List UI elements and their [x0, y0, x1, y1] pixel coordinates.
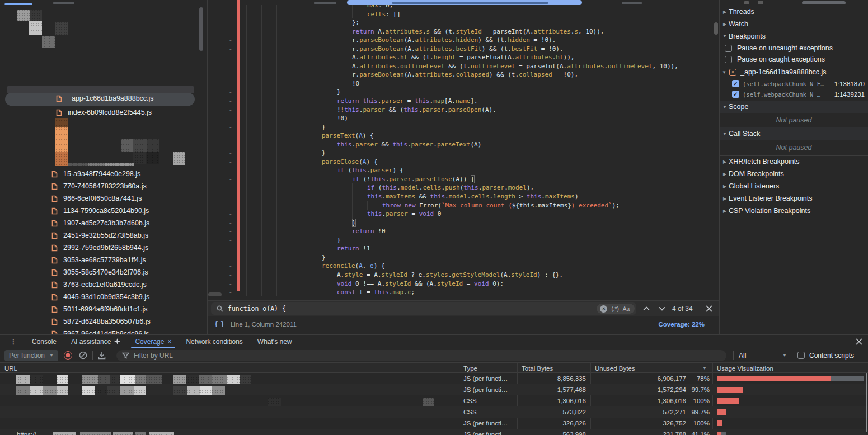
match-case-toggle[interactable]: Aa: [623, 306, 630, 312]
type-filter-select[interactable]: All ▼: [739, 352, 787, 360]
section-dom-breakpoints[interactable]: ▶DOM Breakpoints: [720, 168, 868, 180]
file-item[interactable]: 966-6cef0f650c8a7441.js: [0, 192, 207, 205]
record-coverage-button[interactable]: [64, 351, 72, 360]
table-row[interactable]: CSS1,306,0161,306,016100%: [0, 395, 868, 406]
breakpoint-location[interactable]: 1:1381870: [834, 81, 865, 87]
tab-ai-assistance[interactable]: AI assistance: [64, 335, 128, 348]
code-editor[interactable]: -max: 0,-cells: []-};-return A.attribute…: [208, 5, 719, 296]
code-line[interactable]: -return !1: [208, 244, 719, 253]
more-tabs-icon[interactable]: ⋮: [10, 338, 17, 346]
code-line[interactable]: -r.parseBoolean(A.attributes.hidden) && …: [208, 36, 719, 45]
column-header-type[interactable]: Type: [459, 363, 517, 373]
editor-hscrollbar[interactable]: [208, 292, 222, 296]
column-header-total-bytes[interactable]: Total Bytes: [517, 363, 590, 373]
code-line[interactable]: -}: [208, 236, 719, 245]
table-row[interactable]: CSS573,822572,27199.7%: [0, 406, 868, 418]
exception-checkbox[interactable]: [725, 45, 732, 52]
table-row[interactable]: https://JS (per functi…563,998231,78841.…: [0, 429, 868, 435]
code-line[interactable]: -}: [208, 123, 719, 132]
section-global-listeners[interactable]: ▶Global Listeners: [720, 180, 868, 192]
table-row[interactable]: JS (per functi…326,826326,752100%: [0, 418, 868, 429]
export-icon[interactable]: [98, 352, 106, 360]
file-item-selected[interactable]: _app-1c66d1ba9a888bcc.js: [5, 93, 195, 106]
code-line[interactable]: -this.parser && this.parser.parseText(A): [208, 140, 719, 149]
column-header-usage-visualization[interactable]: Usage Visualization: [712, 363, 868, 373]
file-item[interactable]: 2992-759ed9bf2658b944.js: [0, 242, 207, 254]
code-line[interactable]: -};: [208, 18, 719, 27]
code-line[interactable]: -}: [208, 253, 719, 262]
tab-what-s-new[interactable]: What's new: [250, 335, 299, 348]
code-line[interactable]: -if (this.model.cells.push(this.parser.m…: [208, 183, 719, 192]
file-item[interactable]: 2451-9e32b55d273f58ab.js: [0, 229, 207, 242]
breakpoint-location[interactable]: 1:1439231: [834, 91, 865, 98]
section-xhr-fetch-breakpoints[interactable]: ▶XHR/fetch Breakpoints: [720, 155, 868, 168]
code-line[interactable]: -this.parser = void 0: [208, 210, 719, 219]
code-line[interactable]: -!0: [208, 79, 719, 88]
code-line[interactable]: -}: [208, 88, 719, 97]
breakpoint-checkbox[interactable]: ✓: [732, 91, 739, 98]
code-line[interactable]: -A.attributes.outlineLevel && (t.outline…: [208, 62, 719, 71]
regex-toggle[interactable]: (.*): [611, 306, 618, 312]
navigator-tabstrip[interactable]: [0, 0, 207, 5]
breakpoint-entry[interactable]: ✓(self.webpackChunk_N_…1:1439231: [720, 89, 868, 100]
column-header-unused-bytes[interactable]: Unused Bytes▼: [590, 363, 712, 373]
section-scope[interactable]: ▼Scope: [720, 101, 868, 113]
code-line[interactable]: -r.parseBoolean(A.attributes.collapsed) …: [208, 70, 719, 79]
close-tab-icon[interactable]: ×: [167, 338, 171, 346]
next-match-icon[interactable]: [659, 306, 665, 311]
code-line[interactable]: -!0): [208, 114, 719, 123]
section-event-listener-breakpoints[interactable]: ▶Event Listener Breakpoints: [720, 192, 868, 205]
file-item[interactable]: 1907-ad5c27c3b3b7d60b.js: [0, 217, 207, 229]
coverage-mode-select[interactable]: Per function ▼: [4, 350, 58, 361]
code-line[interactable]: -throw new Error(`Max column count (${th…: [208, 201, 719, 210]
clear-coverage-icon[interactable]: [79, 351, 87, 360]
code-line[interactable]: -}: [208, 149, 719, 158]
file-item[interactable]: 5967-96cd41dd5b9cdc96.js: [0, 328, 207, 334]
tab-network-conditions[interactable]: Network conditions: [179, 335, 250, 348]
code-line[interactable]: -return this.parser = this.map[A.name],: [208, 97, 719, 106]
section-watch[interactable]: ▶Watch: [720, 18, 868, 30]
file-item[interactable]: 3053-ae68c57739ba1ff4.js: [0, 254, 207, 266]
clear-search-icon[interactable]: ×: [600, 305, 607, 313]
file-item[interactable]: 5872-d6248ba3506507b6.js: [0, 315, 207, 328]
code-line[interactable]: -const t = this.map.c;: [208, 288, 719, 296]
code-line[interactable]: -return A.attributes.s && (t.styleId = p…: [208, 27, 719, 36]
code-line[interactable]: -this.maxItems && this.model.cells.lengt…: [208, 192, 719, 201]
breakpoint-checkbox[interactable]: ✓: [732, 80, 739, 87]
tab-console[interactable]: Console: [25, 335, 64, 348]
editor-active-tab[interactable]: [347, 0, 582, 5]
file-item[interactable]: 1134-7590ca8c52014b90.js: [0, 205, 207, 217]
table-scrollbar[interactable]: [866, 373, 867, 432]
code-line[interactable]: -void 0 !== A.styleId && (A.styleId = vo…: [208, 280, 719, 289]
file-item[interactable]: 15-a9a48f7944e0e298.js: [0, 168, 207, 180]
tab-coverage[interactable]: Coverage×: [128, 335, 179, 348]
editor-tabstrip[interactable]: [208, 0, 719, 5]
code-line[interactable]: -r.parseBoolean(A.attributes.bestFit) &&…: [208, 45, 719, 54]
editor-vscrollbar[interactable]: [714, 22, 718, 35]
code-line[interactable]: -cells: []: [208, 10, 719, 19]
content-scripts-checkbox[interactable]: [797, 352, 805, 359]
code-line[interactable]: -A.style = A.styleId ? e.styles.getStyle…: [208, 271, 719, 280]
pause-option[interactable]: Pause on uncaught exceptions: [720, 42, 868, 54]
code-line[interactable]: -return !0: [208, 227, 719, 236]
section-csp-violation-breakpoints[interactable]: ▶CSP Violation Breakpoints: [720, 205, 868, 217]
navigator-scrollbar[interactable]: [199, 7, 203, 51]
code-line[interactable]: -}: [208, 219, 719, 228]
previous-match-icon[interactable]: [643, 306, 650, 311]
code-line[interactable]: -parseText(A) {: [208, 131, 719, 140]
code-line[interactable]: -A.attributes.ht && (t.height = parseFlo…: [208, 53, 719, 62]
code-line[interactable]: -!!this.parser && (this.parser.parseOpen…: [208, 106, 719, 115]
breakpoint-group[interactable]: ▼‹›_app-1c66d1ba9a888bcc.js: [720, 66, 868, 78]
code-line[interactable]: -max: 0,: [208, 5, 719, 10]
section-call-stack[interactable]: ▼Call Stack: [720, 127, 868, 140]
section-breakpoints[interactable]: ▼Breakpoints: [720, 30, 868, 42]
file-item[interactable]: 5011-6994a6f9b60dd1c1.js: [0, 303, 207, 315]
coverage-percent-link[interactable]: Coverage: 22%: [659, 321, 705, 328]
file-item[interactable]: 4045-93d1c0b9d354c3b9.js: [0, 291, 207, 303]
file-item[interactable]: 3055-58c5470e34b2f706.js: [0, 266, 207, 278]
breakpoint-entry[interactable]: ✓(self.webpackChunk_N_E…1:1381870: [720, 78, 868, 89]
code-line[interactable]: -reconcile(A, e) {: [208, 262, 719, 271]
pause-option[interactable]: Pause on caught exceptions: [720, 54, 868, 65]
close-drawer-icon[interactable]: [856, 338, 862, 345]
column-header-url[interactable]: URL: [0, 363, 459, 373]
